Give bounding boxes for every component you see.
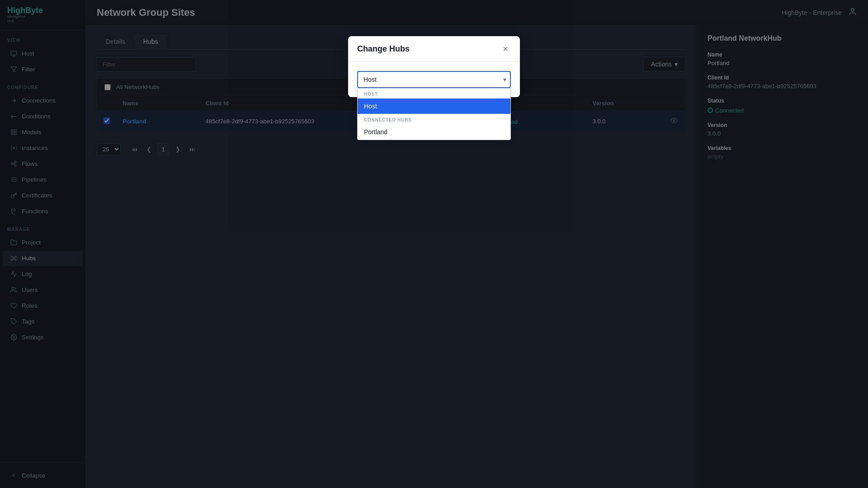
change-hubs-modal: Change Hubs × Host ▾ HOST Host CONNECTED… <box>348 36 520 97</box>
hub-dropdown[interactable]: Host <box>357 71 511 88</box>
dropdown-menu: HOST Host CONNECTED HUBS Portland <box>357 88 511 140</box>
modal-body: Host ▾ HOST Host CONNECTED HUBS Portland <box>348 62 520 97</box>
dropdown-host-group-label: HOST <box>358 88 510 99</box>
dropdown-selected-value: Host <box>363 76 377 83</box>
modal-overlay[interactable]: Change Hubs × Host ▾ HOST Host CONNECTED… <box>0 0 868 488</box>
dropdown-option-portland[interactable]: Portland <box>358 124 510 140</box>
modal-close-button[interactable]: × <box>500 43 511 54</box>
dropdown-connected-group-label: CONNECTED HUBS <box>358 114 510 124</box>
modal-title: Change Hubs <box>357 44 410 54</box>
dropdown-option-host[interactable]: Host <box>358 99 510 114</box>
hub-dropdown-wrapper: Host ▾ HOST Host CONNECTED HUBS Portland <box>357 71 511 88</box>
modal-header: Change Hubs × <box>348 36 520 62</box>
